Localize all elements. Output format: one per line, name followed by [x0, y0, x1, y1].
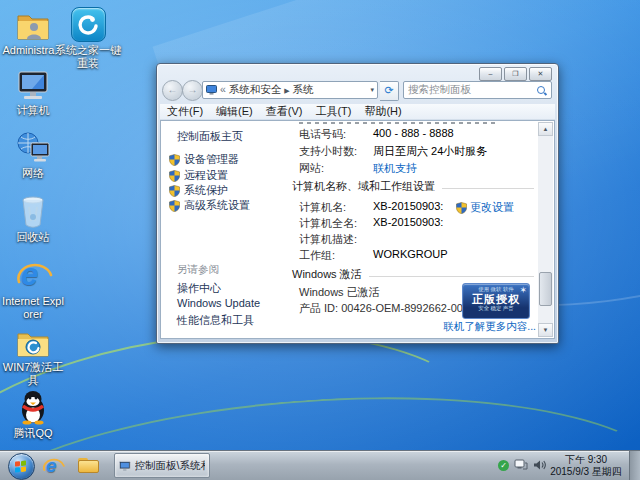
row-label: 计算机全名: [299, 216, 357, 231]
genuine-windows-badge[interactable]: ✶ 使用 微软 软件 正版授权 安全 稳定 声誉 [462, 283, 530, 319]
search-box[interactable]: 搜索控制面板 [403, 81, 552, 99]
taskbar-task-control-panel[interactable]: 控制面板\系统和... [114, 453, 210, 478]
computer-row-name: 计算机名: XB-20150903: 更改设置 [284, 200, 534, 214]
desktop-icon-label: Internet Explorer [0, 295, 66, 321]
row-label: 电话号码: [299, 127, 346, 142]
desktop-icon-computer[interactable]: 计算机 [0, 66, 66, 117]
sidebar-item-label: 远程设置 [184, 168, 228, 183]
menu-bar: 文件(F) 编辑(E) 查看(V) 工具(T) 帮助(H) [160, 104, 555, 120]
scrollbar[interactable]: ▲ ▼ [538, 122, 553, 337]
sidebar-item-windows-update[interactable]: Windows Update [177, 297, 260, 309]
sidebar-item-control-panel-home[interactable]: 控制面板主页 [177, 129, 243, 144]
support-row-website: 网站: 联机支持 [284, 161, 534, 175]
system-window-icon [119, 460, 131, 472]
start-button[interactable] [8, 453, 35, 480]
section-title: Windows 激活 [292, 267, 362, 282]
see-also-header: 另请参阅 [177, 263, 219, 277]
row-value: XB-20150903: [373, 200, 443, 212]
antivirus-tray-icon[interactable]: ✓ [498, 460, 509, 471]
scrollbar-thumb[interactable] [539, 272, 552, 306]
taskbar: e 控制面板\系统和... ✓ [0, 450, 640, 480]
taskbar-explorer-icon[interactable] [78, 455, 100, 477]
menu-view[interactable]: 查看(V) [266, 104, 303, 119]
address-bar[interactable]: « 系统和安全 ▶ 系统 ▾ [202, 81, 378, 99]
support-row-hours: 支持小时数: 周日至周六 24小时服务 [284, 144, 534, 158]
clipped-scrolled-row [299, 122, 499, 124]
computer-icon [0, 66, 66, 102]
sidebar-item-advanced-system-settings[interactable]: 高级系统设置 [169, 198, 250, 213]
main-content: 电话号码: 400 - 888 - 8888 支持小时数: 周日至周六 24小时… [284, 121, 538, 338]
window-body: 控制面板主页 设备管理器 远程设置 [160, 120, 555, 339]
learn-more-online-link[interactable]: 联机了解更多内容... [436, 320, 536, 334]
activation-section-header: Windows 激活 [292, 267, 534, 282]
network-tray-icon[interactable] [514, 459, 528, 471]
desktop-icon-network[interactable]: 网络 [0, 129, 66, 180]
task-button-label: 控制面板\系统和... [135, 459, 205, 473]
refresh-button[interactable]: ⟳ [380, 81, 399, 101]
section-title: 计算机名称、域和工作组设置 [292, 179, 435, 194]
breadcrumb[interactable]: « 系统和安全 ▶ 系统 [220, 83, 367, 97]
search-icon[interactable] [536, 85, 547, 96]
sidebar-item-action-center[interactable]: 操作中心 [177, 281, 221, 296]
scroll-up-button[interactable]: ▲ [538, 122, 553, 136]
change-settings-link[interactable]: 更改设置 [470, 200, 514, 215]
uac-shield-icon [169, 185, 180, 197]
desktop-icon-label: 网络 [0, 167, 66, 180]
uac-shield-icon [456, 202, 467, 214]
breadcrumb-arrow-icon: ▶ [284, 87, 289, 94]
online-support-link[interactable]: 联机支持 [373, 161, 417, 176]
row-value: WORKGROUP [373, 248, 448, 260]
change-settings[interactable]: 更改设置 [456, 200, 514, 215]
desktop-icon-qq[interactable]: 腾讯QQ [0, 389, 66, 440]
search-placeholder: 搜索控制面板 [408, 83, 536, 97]
desktop-icon-recycle-bin[interactable]: 回收站 [0, 193, 66, 244]
taskbar-internet-explorer-icon[interactable]: e [42, 455, 64, 477]
desktop-icon-label: 腾讯QQ [0, 427, 66, 440]
uac-shield-icon [169, 170, 180, 182]
sidebar-item-label: 系统保护 [184, 183, 228, 198]
breadcrumb-security[interactable]: 系统和安全 [229, 83, 282, 95]
row-label: 工作组: [299, 248, 335, 263]
navigation-bar: ← → « 系统和安全 ▶ 系统 ▾ ⟳ 搜索控制面板 [157, 79, 558, 103]
sidebar-item-performance-tools[interactable]: 性能信息和工具 [177, 313, 254, 328]
sidebar-item-system-protection[interactable]: 系统保护 [169, 183, 228, 198]
chevrons-icon: « [220, 83, 226, 95]
internet-explorer-icon: e [0, 257, 66, 293]
show-desktop-button[interactable] [629, 451, 640, 480]
breadcrumb-system[interactable]: 系统 [293, 83, 314, 95]
menu-edit[interactable]: 编辑(E) [216, 104, 253, 119]
sidebar-item-device-manager[interactable]: 设备管理器 [169, 152, 239, 167]
desktop-icon-internet-explorer[interactable]: e Internet Explorer [0, 257, 66, 321]
address-dropdown-caret-icon[interactable]: ▾ [370, 86, 374, 94]
desktop: Administra... 系统之家一键重装 计算机 [0, 0, 640, 480]
control-panel-icon [206, 85, 217, 95]
section-divider [442, 188, 534, 189]
forward-button[interactable]: → [182, 80, 203, 101]
menu-tools[interactable]: 工具(T) [315, 104, 351, 119]
uac-shield-icon [169, 154, 180, 166]
system-window: – ❐ ✕ ← → « 系统和安全 ▶ 系统 ▾ ⟳ 搜索控制面板 文件(F) [156, 63, 559, 344]
uac-shield-icon [169, 200, 180, 212]
desktop-icon-win7-activator[interactable]: WIN7激活工具 [0, 323, 66, 387]
taskbar-clock[interactable]: 下午 9:30 2015/9/3 星期四 [548, 454, 624, 478]
desktop-icon-system-reinstall[interactable]: 系统之家一键重装 [53, 6, 123, 70]
computer-row-description: 计算机描述: [284, 232, 534, 246]
clock-date: 2015/9/3 星期四 [548, 466, 624, 478]
sidebar: 控制面板主页 设备管理器 远程设置 [161, 121, 284, 338]
menu-help[interactable]: 帮助(H) [364, 104, 401, 119]
sidebar-item-remote-settings[interactable]: 远程设置 [169, 168, 228, 183]
scroll-down-button[interactable]: ▼ [538, 323, 553, 337]
row-value: XB-20150903: [373, 216, 443, 228]
desktop-icon-label: WIN7激活工具 [0, 361, 66, 387]
volume-tray-icon[interactable] [533, 459, 546, 471]
back-button[interactable]: ← [162, 80, 183, 101]
support-row-phone: 电话号码: 400 - 888 - 8888 [284, 127, 534, 141]
menu-file[interactable]: 文件(F) [167, 104, 203, 119]
folder-icon [78, 458, 100, 474]
row-value: 400 - 888 - 8888 [373, 127, 454, 139]
sidebar-item-label: 高级系统设置 [184, 198, 250, 213]
sidebar-item-label: 设备管理器 [184, 152, 239, 167]
row-label: 支持小时数: [299, 144, 357, 159]
badge-bottom-line: 安全 稳定 声誉 [466, 305, 525, 311]
computer-name-section-header: 计算机名称、域和工作组设置 [292, 179, 534, 194]
